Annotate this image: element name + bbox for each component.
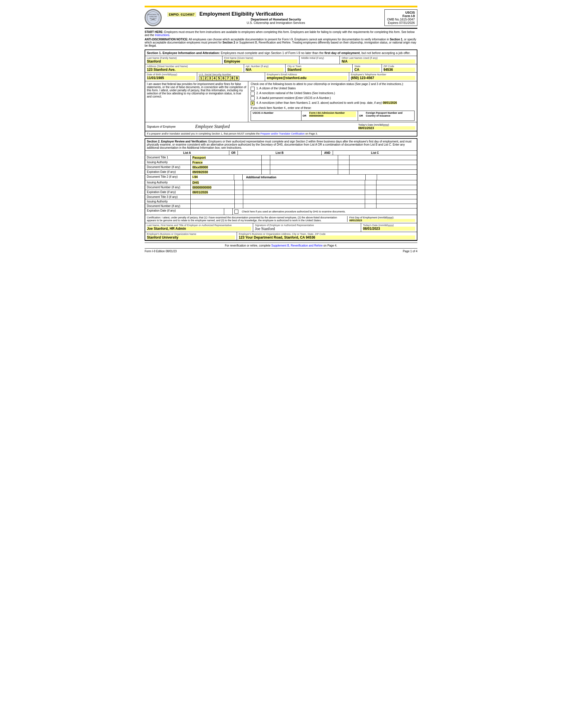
attest-right: Check one of the following boxes to atte…: [248, 81, 417, 122]
and-sep10: [365, 199, 376, 204]
state-value: CA: [354, 68, 379, 72]
section2-container: Section 2. Employer Review and Verificat…: [145, 138, 417, 241]
ssn-d6: 6: [221, 76, 226, 80]
last-name-label: Last Name (Family Name): [147, 57, 221, 59]
uscis-value: [253, 114, 299, 119]
doc1-issuing-value: France: [191, 160, 262, 165]
doc1-listb-cell: [270, 155, 338, 160]
doc1-title-value: Passport: [191, 155, 262, 160]
preparer-link[interactable]: Preparer and/or Translator Certification: [261, 132, 305, 135]
doc3-listb-issuing: [243, 199, 365, 204]
form-footer: Form I-9 Edition 08/01/23 Page 1 of 4: [145, 249, 417, 254]
preparer-text: If a preparer and/or translator assisted…: [147, 132, 261, 135]
or-sep9: [235, 195, 243, 199]
zip-label: ZIP Code: [383, 65, 415, 68]
doc2-title-value: I-94: [191, 175, 234, 180]
doc3-listc-number: [376, 204, 417, 208]
employer-sig-cell: Signature of Employer or Authorized Repr…: [253, 223, 361, 232]
checkbox2[interactable]: [251, 92, 255, 96]
doc1-issuing-highlight: France: [192, 161, 203, 164]
address-value: 123 Stanford Ave.: [147, 68, 242, 72]
ssn-d8: 8: [231, 76, 235, 80]
doc3-listb-cell: [243, 195, 365, 199]
doc3-title-row: Document Title 3 (if any): [145, 195, 417, 199]
if-check4-text: If you check Item Number 4., enter one o…: [251, 106, 414, 109]
or-sep10: [235, 199, 243, 204]
first-day-label: First Day of Employment (mm/dd/yyyy):: [349, 216, 415, 219]
state-cell: State CA: [352, 64, 381, 72]
first-name-cell: First Name (Given Name) Employee: [223, 56, 300, 64]
doc1-issuing-row: Issuing Authority France: [145, 160, 417, 165]
uscis-label: USCIS A-Number: [253, 111, 299, 114]
employer-sig-value: Joe Stanford: [255, 227, 359, 231]
doc2-issuing-value: DHS: [191, 180, 235, 185]
instructions-link[interactable]: Instructions: [155, 34, 169, 37]
last-name-cell: Last Name (Family Name) Stanford: [145, 56, 223, 64]
org-row: Employer's Business or Organization Name…: [145, 232, 417, 240]
doc1-listb-expiry: [270, 170, 338, 174]
address-row: Address (Street Number and Name) 123 Sta…: [145, 64, 417, 73]
sig-label: Signature of Employee: [147, 125, 190, 128]
city-label: City or Town: [287, 65, 350, 68]
doc1-title-row: Document Title 1 Passport: [145, 155, 417, 160]
doc2-listc-cell: [377, 175, 417, 180]
last-name-value: Stanford: [147, 59, 221, 63]
checkbox2-row: 2. A noncitizen national of the United S…: [251, 92, 414, 96]
checkbox3[interactable]: [251, 96, 255, 100]
and-sep11: [365, 204, 376, 208]
and-sep6: [365, 180, 376, 185]
doc1-listc-issuing: [349, 160, 417, 165]
phone-value: (650) 123-4567: [351, 76, 415, 80]
supplement-b-link[interactable]: Supplement B, Reverification and Rehire: [272, 244, 323, 247]
or-sep4: [262, 170, 270, 174]
sig-date-area: Today's Date (mm/dd/yyyy) 08/01/2023: [358, 123, 415, 130]
employer-name-cell: Last Name, First Name and Title of Emplo…: [145, 223, 253, 232]
doc2-title-row: Document Title 2 (if any) I-94 Additiona…: [145, 175, 417, 180]
doc1-listb-issuing: [270, 160, 338, 165]
section1-header: Section 1. Employee Information and Atte…: [145, 50, 417, 56]
supplement-text-prefix: For reverification or rehire, complete: [225, 244, 271, 247]
other-names-label: Other Last Names Used (if any): [341, 57, 415, 59]
doc2-expiry-label: Expiration Date (if any): [145, 190, 191, 195]
form-name: Form I-9: [387, 14, 415, 18]
apt-cell: Apt. Number (if any) N/A: [244, 64, 286, 72]
doc2-expiry-row: Expiration Date (if any) 08/01/2026: [145, 190, 417, 195]
expiry-date: Expires 07/31/2026: [387, 21, 415, 24]
employer-name-value: Joe Stanford, HR Admin: [147, 227, 251, 231]
attest-left-text: I am aware that federal law provides for…: [145, 81, 248, 122]
edition-label: Form I-9 Edition 08/01/23: [145, 250, 177, 253]
dob-value: 11/01/1985: [147, 76, 195, 80]
section1-title: Section 1. Employee Information and Atte…: [147, 51, 220, 55]
doc2-additional-area: [243, 180, 365, 185]
middle-initial-value: [301, 59, 338, 63]
or-sep7: [235, 185, 243, 190]
or-sep6: [235, 180, 243, 185]
sig-date-label: Today's Date (mm/dd/yyyy): [358, 123, 415, 126]
phone-cell: Employee's Telephone Number (650) 123-45…: [349, 73, 417, 81]
doc3-listc-cell: [376, 195, 417, 199]
section1-container: Section 1. Employee Information and Atte…: [145, 49, 417, 137]
apt-value: N/A: [246, 68, 284, 72]
dept-name: Department of Homeland Security: [167, 18, 384, 21]
passport-label: Foreign Passport Number and Country of I…: [366, 111, 412, 117]
attestation-section: I am aware that federal law provides for…: [145, 81, 417, 122]
checkbox1[interactable]: [251, 87, 255, 91]
list-a-header: List A: [145, 151, 229, 155]
doc1-number-label: Document Number (if any): [145, 165, 191, 169]
checkbox1-row: 1. A citizen of the United States: [251, 87, 414, 91]
doc3-number-value: [191, 204, 235, 208]
alt-procedure-checkbox[interactable]: [235, 210, 239, 214]
attest-legal-text: I am aware that federal law provides for…: [147, 82, 246, 98]
or-sep2: [262, 160, 270, 165]
list-c-header: List C: [333, 151, 417, 155]
passport-value: [366, 117, 412, 120]
org-address-cell: Employer's Business or Organization Addr…: [237, 232, 417, 240]
employer-date-value: 08/01/2023: [363, 227, 415, 231]
anti-discrimination-notice: ANTI-DISCRIMINATION NOTICE: All employee…: [145, 38, 417, 47]
checkbox4[interactable]: ✕: [251, 101, 255, 105]
checkbox1-label: 1. A citizen of the United States: [256, 87, 295, 90]
and-sep5: [366, 175, 377, 180]
doc3-title-value: [191, 195, 235, 199]
agency-name: U.S. Citizenship and Immigration Service…: [167, 21, 384, 24]
and-sep2: [338, 160, 349, 165]
